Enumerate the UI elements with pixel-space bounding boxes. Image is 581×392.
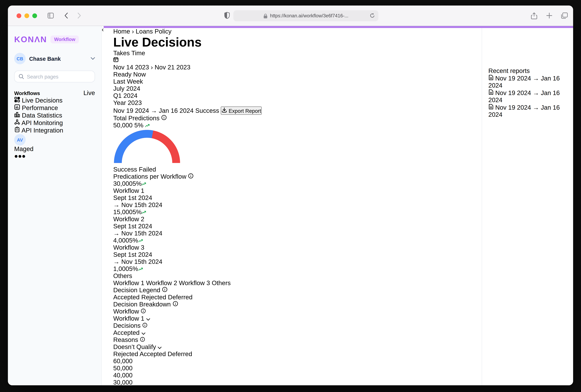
report-item[interactable]: Nov 19 2024 → Jan 16 2024 (488, 104, 567, 118)
user-name: Maged (14, 146, 95, 152)
decisions-select[interactable]: Accepted (113, 329, 470, 336)
chevron-down-icon (158, 344, 162, 350)
workflow-legend: Workflow 1 Workflow 2 Workflow 3 Others (113, 280, 470, 287)
chevron-down-icon (146, 315, 150, 322)
org-avatar: CB (14, 53, 26, 64)
chip-year-2023[interactable]: Year 2023 (113, 100, 470, 106)
search-icon (18, 74, 24, 79)
card-title: Predications per Workflow (113, 173, 186, 180)
y-tick: 30,000 (113, 379, 470, 385)
card-title: Decision Legend (113, 287, 160, 294)
report-range: Nov 19 2024 → Jan 16 2024 (113, 107, 193, 114)
address-bar[interactable]: https://konan.ai/workflow/3e6f7416-... (233, 10, 378, 21)
quick-range-chips: Last Week July 2024 Q1 2024 Year 2023 (113, 78, 470, 106)
back-icon[interactable] (64, 12, 68, 20)
decision-breakdown-card: Decision Breakdown Workflow (113, 301, 470, 385)
total-predictions-card: Total Predictions 50,000 5% (113, 115, 470, 173)
browser-toolbar: https://konan.ai/workflow/3e6f7416-... (8, 6, 573, 26)
sidebar-item-api-monitoring[interactable]: API Monitoring (14, 119, 95, 126)
search-input[interactable] (27, 74, 91, 80)
workflow-stat: 30,0005% Workflow 1 Sept 1st 2024→ Nov 1… (113, 180, 470, 208)
info-icon[interactable] (140, 336, 145, 343)
chip-last-week[interactable]: Last Week (113, 78, 470, 85)
info-icon[interactable] (161, 115, 167, 122)
sidebar-item-api-integration[interactable]: API Integration (14, 126, 95, 134)
info-icon[interactable] (162, 287, 167, 294)
calendar-icon[interactable] (113, 57, 470, 64)
workflow-badge: Workflow (50, 36, 79, 44)
chevron-down-icon (91, 57, 95, 60)
user-row: AV Maged ●●● (14, 134, 95, 160)
bar-chart-icon (14, 104, 22, 111)
close-button[interactable] (16, 14, 21, 18)
info-icon[interactable] (172, 301, 178, 308)
report-item[interactable]: Nov 19 2024 → Jan 16 2024 (488, 74, 567, 89)
breadcrumb: Home › Loans Policy (113, 28, 470, 35)
reasons-select[interactable]: Doesn’t Qualify (113, 344, 470, 350)
sidebar-item-performance[interactable]: Performance (14, 104, 95, 112)
workflow-select[interactable]: Workflow 1 (113, 315, 470, 322)
accent-bar (104, 26, 573, 28)
report-header: Nov 19 2024 → Jan 16 2024 Success Export… (113, 106, 470, 115)
user-menu-button[interactable]: ●●● (14, 152, 95, 160)
sidebar-collapse-button[interactable]: ‹ (102, 26, 104, 385)
zoom-button[interactable] (32, 14, 37, 18)
konan-logo: KONΛN (14, 35, 47, 44)
decision-legend: Accepted Rejected Deferred (113, 294, 470, 301)
url-text: https://konan.ai/workflow/3e6f7416-... (270, 13, 348, 18)
breakdown-legend: Rejected Accepted Deferred (113, 350, 470, 358)
sidebar: KONΛN Workflow CB Chase Bank (8, 26, 102, 385)
sidebar-toggle-icon[interactable] (47, 12, 54, 20)
org-name: Chase Bank (29, 56, 87, 62)
total-predictions-value: 50,000 (113, 122, 133, 128)
new-tab-icon[interactable] (546, 12, 553, 20)
workflow-stat: 1,0005% Others (113, 266, 470, 280)
predictions-gauge (113, 129, 470, 166)
sidebar-nav: Live Decisions Performance Data Statisti… (14, 96, 95, 134)
sidebar-item-data-statistics[interactable]: Data Statistics (14, 112, 95, 119)
date-start: Nov 14 2023 (113, 64, 149, 70)
minimize-button[interactable] (24, 14, 29, 18)
report-item[interactable]: Nov 19 2024 → Jan 16 2024 (488, 89, 567, 104)
gauge-legend: Success Failed (113, 166, 470, 173)
search-box[interactable] (14, 70, 95, 82)
chip-q1-2024[interactable]: Q1 2024 (113, 92, 470, 100)
reload-icon[interactable] (370, 13, 375, 19)
decisions-select-label: Decisions (113, 322, 141, 329)
workflows-label: Workflows (14, 90, 40, 96)
shield-icon[interactable] (224, 12, 230, 20)
takes-time-label: Takes Time (113, 50, 470, 57)
delta-badge: 5% (134, 122, 150, 128)
export-report-button[interactable]: Export Report (221, 106, 262, 115)
forward-icon[interactable] (77, 12, 81, 20)
org-switcher[interactable]: CB Chase Bank (14, 53, 95, 64)
chevron-right-icon: › (151, 64, 153, 70)
sidebar-item-live-decisions[interactable]: Live Decisions (14, 96, 95, 104)
filter-row: Takes Time Nov 14 2023 › Nov 21 2023 (113, 50, 470, 106)
reasons-select-label: Reasons (113, 336, 138, 343)
info-icon[interactable] (141, 308, 146, 315)
nodes-icon (14, 120, 21, 126)
sidebar-item-label: Performance (22, 104, 58, 111)
date-range-picker[interactable]: Nov 14 2023 › Nov 21 2023 (113, 57, 470, 71)
sidebar-item-label: API Integration (21, 127, 63, 134)
trend-up-icon (145, 124, 150, 128)
info-icon[interactable] (188, 173, 194, 180)
column-chart-icon (14, 112, 22, 119)
date-end: Nov 21 2023 (155, 64, 190, 70)
live-toggle[interactable]: Live (83, 90, 95, 96)
clipboard-code-icon (14, 127, 21, 134)
per-workflow-card: Predications per Workflow 30,0005% Workf… (113, 173, 470, 287)
chip-july-2024[interactable]: July 2024 (113, 85, 470, 92)
share-icon[interactable] (531, 12, 537, 21)
info-icon[interactable] (142, 322, 147, 329)
workflow-stat: 4,0005% Workflow 3 Sept 1st 2024→ Nov 15… (113, 237, 470, 266)
browser-window: https://konan.ai/workflow/3e6f7416-... K… (8, 6, 573, 385)
breadcrumb-home[interactable]: Home (113, 28, 130, 35)
card-title: Total Predictions (113, 115, 159, 122)
card-title: Decision Breakdown (113, 301, 171, 308)
breadcrumb-current: Loans Policy (136, 28, 171, 35)
y-tick: 50,000 (113, 365, 470, 372)
ready-now-label: Ready Now (113, 71, 470, 78)
tab-overview-icon[interactable] (561, 12, 568, 20)
